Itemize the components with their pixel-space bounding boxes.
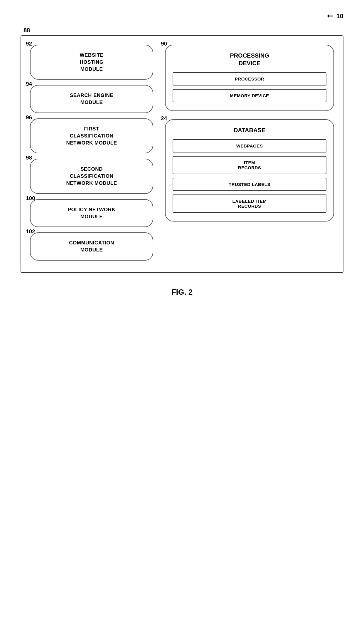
processor-text: PROCESSOR <box>235 76 264 81</box>
website-hosting-label: 92 <box>26 41 32 47</box>
search-engine-label: 94 <box>26 81 32 87</box>
trusted-labels-text: TRUSTED LABELS <box>229 182 270 187</box>
second-classification-label: 98 <box>26 155 32 161</box>
policy-network-module: POLICY NETWORKMODULE <box>30 199 153 227</box>
processor-box: PROCESSOR <box>173 72 326 85</box>
memory-device-box: MEMORY DEVICE <box>173 89 326 102</box>
processing-device-wrapper: 90 PROCESSINGDEVICE PROCESSOR MEMORY DEV… <box>165 45 334 111</box>
communication-module: COMMUNICATIONMODULE <box>30 232 153 261</box>
processing-device-label: 90 <box>161 41 167 47</box>
first-classification-module: FIRSTCLASSIFICATIONNETWORK MODULE <box>30 118 153 153</box>
outer-box-label: 88 <box>23 27 30 34</box>
labeled-item-records-text: LABELED ITEMRECORDS <box>232 199 267 209</box>
database-box: DATABASE WEBPAGES ITEMRECORDS TRUSTED LA… <box>165 119 334 222</box>
right-column: 90 PROCESSINGDEVICE PROCESSOR MEMORY DEV… <box>165 45 334 261</box>
webpages-box: WEBPAGES <box>173 139 326 152</box>
communication-label: 102 <box>26 228 35 235</box>
communication-module-wrapper: 102 COMMUNICATIONMODULE <box>30 232 153 261</box>
database-title: DATABASE <box>173 126 326 134</box>
figure-caption: FIG. 2 <box>21 288 343 297</box>
policy-network-label: 100 <box>26 195 35 202</box>
policy-network-module-wrapper: 100 POLICY NETWORKMODULE <box>30 199 153 227</box>
left-column: 92 WEBSITEHOSTINGMODULE 94 SEARCH ENGINE… <box>30 45 153 261</box>
item-records-box: ITEMRECORDS <box>173 156 326 174</box>
figure-number-top: ↙ 10 <box>327 12 343 20</box>
search-engine-module: SEARCH ENGINEMODULE <box>30 85 153 113</box>
processing-device-box: PROCESSINGDEVICE PROCESSOR MEMORY DEVICE <box>165 45 334 111</box>
first-classification-text: FIRSTCLASSIFICATIONNETWORK MODULE <box>66 125 117 146</box>
first-classification-module-wrapper: 96 FIRSTCLASSIFICATIONNETWORK MODULE <box>30 118 153 153</box>
database-label: 24 <box>161 115 167 122</box>
database-wrapper: 24 DATABASE WEBPAGES ITEMRECORDS TRUSTED… <box>165 119 334 222</box>
arrow-icon: ↙ <box>325 11 335 21</box>
labeled-item-records-box: LABELED ITEMRECORDS <box>173 194 326 213</box>
search-engine-module-wrapper: 94 SEARCH ENGINEMODULE <box>30 85 153 113</box>
second-classification-module-wrapper: 98 SECONDCLASSIFICATIONNETWORK MODULE <box>30 159 153 194</box>
first-classification-label: 96 <box>26 114 32 121</box>
trusted-labels-box: TRUSTED LABELS <box>173 178 326 191</box>
memory-device-text: MEMORY DEVICE <box>230 93 269 98</box>
second-classification-text: SECONDCLASSIFICATIONNETWORK MODULE <box>66 166 117 187</box>
communication-text: COMMUNICATIONMODULE <box>69 239 114 254</box>
webpages-text: WEBPAGES <box>236 143 263 148</box>
website-hosting-module: WEBSITEHOSTINGMODULE <box>30 45 153 80</box>
website-hosting-text: WEBSITEHOSTINGMODULE <box>80 52 104 73</box>
website-hosting-module-wrapper: 92 WEBSITEHOSTINGMODULE <box>30 45 153 80</box>
outer-box: 92 WEBSITEHOSTINGMODULE 94 SEARCH ENGINE… <box>21 35 343 273</box>
second-classification-module: SECONDCLASSIFICATIONNETWORK MODULE <box>30 159 153 194</box>
figure-id: 10 <box>336 12 343 20</box>
policy-network-text: POLICY NETWORKMODULE <box>68 206 116 220</box>
search-engine-text: SEARCH ENGINEMODULE <box>70 92 113 106</box>
item-records-text: ITEMRECORDS <box>238 160 261 170</box>
processing-device-title: PROCESSINGDEVICE <box>173 52 326 67</box>
page-wrapper: ↙ 10 88 92 WEBSITEHOSTINGMODULE 94 SEARC… <box>21 12 343 297</box>
